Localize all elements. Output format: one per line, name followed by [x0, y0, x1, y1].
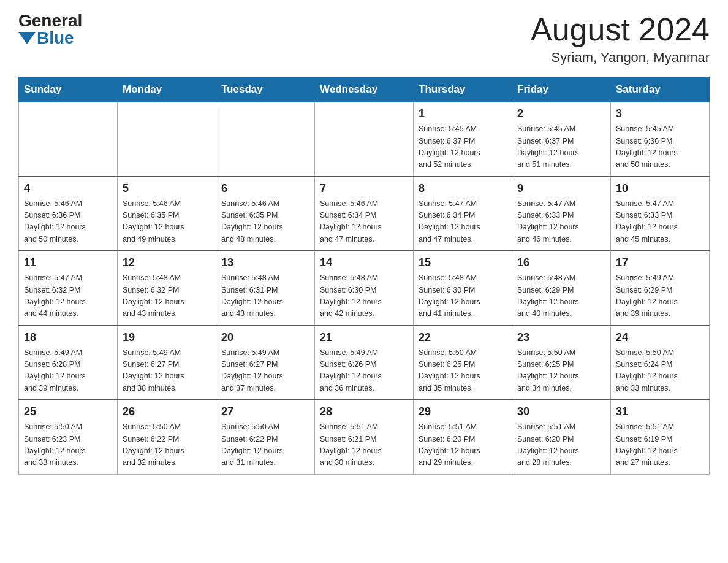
day-info: Sunrise: 5:51 AMSunset: 6:19 PMDaylight:…	[616, 421, 704, 469]
calendar-cell: 15Sunrise: 5:48 AMSunset: 6:30 PMDayligh…	[414, 251, 512, 326]
calendar-cell: 14Sunrise: 5:48 AMSunset: 6:30 PMDayligh…	[315, 251, 414, 326]
day-info: Sunrise: 5:46 AMSunset: 6:36 PMDaylight:…	[24, 198, 112, 246]
calendar-cell: 21Sunrise: 5:49 AMSunset: 6:26 PMDayligh…	[315, 326, 414, 400]
day-number: 17	[616, 256, 704, 269]
day-number: 30	[517, 405, 605, 418]
day-info: Sunrise: 5:50 AMSunset: 6:25 PMDaylight:…	[419, 347, 507, 395]
day-info: Sunrise: 5:48 AMSunset: 6:30 PMDaylight:…	[419, 272, 507, 320]
day-info: Sunrise: 5:45 AMSunset: 6:37 PMDaylight:…	[517, 123, 605, 171]
page-header: General Blue August 2024 Syriam, Yangon,…	[18, 12, 710, 66]
day-info: Sunrise: 5:47 AMSunset: 6:34 PMDaylight:…	[419, 198, 507, 246]
day-info: Sunrise: 5:49 AMSunset: 6:29 PMDaylight:…	[616, 272, 704, 320]
day-info: Sunrise: 5:50 AMSunset: 6:22 PMDaylight:…	[221, 421, 309, 469]
calendar-cell: 17Sunrise: 5:49 AMSunset: 6:29 PMDayligh…	[611, 251, 710, 326]
calendar-cell: 11Sunrise: 5:47 AMSunset: 6:32 PMDayligh…	[19, 251, 118, 326]
day-number: 31	[616, 405, 704, 418]
calendar-cell: 19Sunrise: 5:49 AMSunset: 6:27 PMDayligh…	[118, 326, 216, 400]
calendar-week-row: 11Sunrise: 5:47 AMSunset: 6:32 PMDayligh…	[19, 251, 710, 326]
logo: General Blue	[18, 12, 82, 47]
day-number: 13	[221, 256, 309, 269]
day-info: Sunrise: 5:50 AMSunset: 6:25 PMDaylight:…	[517, 347, 605, 395]
day-number: 2	[517, 107, 605, 120]
calendar-week-row: 1Sunrise: 5:45 AMSunset: 6:37 PMDaylight…	[19, 102, 710, 177]
day-info: Sunrise: 5:51 AMSunset: 6:20 PMDaylight:…	[517, 421, 605, 469]
calendar-cell	[118, 102, 216, 177]
calendar-header-row: SundayMondayTuesdayWednesdayThursdayFrid…	[19, 77, 710, 102]
calendar-cell: 4Sunrise: 5:46 AMSunset: 6:36 PMDaylight…	[19, 177, 118, 251]
day-number: 15	[419, 256, 507, 269]
calendar-cell	[216, 102, 315, 177]
day-number: 5	[123, 182, 211, 195]
day-number: 29	[419, 405, 507, 418]
day-info: Sunrise: 5:48 AMSunset: 6:31 PMDaylight:…	[221, 272, 309, 320]
day-info: Sunrise: 5:50 AMSunset: 6:24 PMDaylight:…	[616, 347, 704, 395]
logo-blue-text: Blue	[37, 29, 74, 47]
calendar-cell	[19, 102, 118, 177]
calendar-cell	[315, 102, 414, 177]
calendar-cell: 22Sunrise: 5:50 AMSunset: 6:25 PMDayligh…	[414, 326, 512, 400]
header-friday: Friday	[512, 77, 611, 102]
calendar-cell: 10Sunrise: 5:47 AMSunset: 6:33 PMDayligh…	[611, 177, 710, 251]
calendar-cell: 7Sunrise: 5:46 AMSunset: 6:34 PMDaylight…	[315, 177, 414, 251]
header-wednesday: Wednesday	[315, 77, 414, 102]
calendar-week-row: 4Sunrise: 5:46 AMSunset: 6:36 PMDaylight…	[19, 177, 710, 251]
day-number: 28	[320, 405, 408, 418]
day-number: 18	[24, 331, 112, 344]
day-info: Sunrise: 5:45 AMSunset: 6:36 PMDaylight:…	[616, 123, 704, 171]
logo-triangle-icon	[18, 32, 36, 44]
day-number: 19	[123, 331, 211, 344]
day-number: 24	[616, 331, 704, 344]
day-info: Sunrise: 5:50 AMSunset: 6:23 PMDaylight:…	[24, 421, 112, 469]
day-info: Sunrise: 5:45 AMSunset: 6:37 PMDaylight:…	[419, 123, 507, 171]
calendar-cell: 27Sunrise: 5:50 AMSunset: 6:22 PMDayligh…	[216, 400, 315, 474]
calendar-cell: 3Sunrise: 5:45 AMSunset: 6:36 PMDaylight…	[611, 102, 710, 177]
calendar-week-row: 18Sunrise: 5:49 AMSunset: 6:28 PMDayligh…	[19, 326, 710, 400]
day-number: 8	[419, 182, 507, 195]
calendar-title: August 2024	[531, 12, 710, 47]
day-info: Sunrise: 5:48 AMSunset: 6:29 PMDaylight:…	[517, 272, 605, 320]
day-number: 21	[320, 331, 408, 344]
header-sunday: Sunday	[19, 77, 118, 102]
header-tuesday: Tuesday	[216, 77, 315, 102]
calendar-cell: 20Sunrise: 5:49 AMSunset: 6:27 PMDayligh…	[216, 326, 315, 400]
day-number: 14	[320, 256, 408, 269]
day-info: Sunrise: 5:49 AMSunset: 6:28 PMDaylight:…	[24, 347, 112, 395]
day-number: 26	[123, 405, 211, 418]
day-info: Sunrise: 5:49 AMSunset: 6:27 PMDaylight:…	[123, 347, 211, 395]
day-number: 16	[517, 256, 605, 269]
day-info: Sunrise: 5:50 AMSunset: 6:22 PMDaylight:…	[123, 421, 211, 469]
day-number: 3	[616, 107, 704, 120]
calendar-cell: 12Sunrise: 5:48 AMSunset: 6:32 PMDayligh…	[118, 251, 216, 326]
logo-general-text: General	[18, 12, 82, 29]
day-number: 22	[419, 331, 507, 344]
calendar-cell: 5Sunrise: 5:46 AMSunset: 6:35 PMDaylight…	[118, 177, 216, 251]
logo-blue-row: Blue	[18, 29, 74, 47]
calendar-cell: 28Sunrise: 5:51 AMSunset: 6:21 PMDayligh…	[315, 400, 414, 474]
calendar-cell: 26Sunrise: 5:50 AMSunset: 6:22 PMDayligh…	[118, 400, 216, 474]
day-number: 9	[517, 182, 605, 195]
day-number: 12	[123, 256, 211, 269]
day-info: Sunrise: 5:51 AMSunset: 6:21 PMDaylight:…	[320, 421, 408, 469]
day-info: Sunrise: 5:46 AMSunset: 6:34 PMDaylight:…	[320, 198, 408, 246]
calendar-cell: 23Sunrise: 5:50 AMSunset: 6:25 PMDayligh…	[512, 326, 611, 400]
calendar-cell: 29Sunrise: 5:51 AMSunset: 6:20 PMDayligh…	[414, 400, 512, 474]
day-info: Sunrise: 5:47 AMSunset: 6:32 PMDaylight:…	[24, 272, 112, 320]
day-number: 10	[616, 182, 704, 195]
day-info: Sunrise: 5:49 AMSunset: 6:26 PMDaylight:…	[320, 347, 408, 395]
calendar-cell: 6Sunrise: 5:46 AMSunset: 6:35 PMDaylight…	[216, 177, 315, 251]
day-number: 23	[517, 331, 605, 344]
calendar-subtitle: Syriam, Yangon, Myanmar	[531, 50, 710, 66]
title-block: August 2024 Syriam, Yangon, Myanmar	[531, 12, 710, 66]
day-info: Sunrise: 5:46 AMSunset: 6:35 PMDaylight:…	[221, 198, 309, 246]
calendar-cell: 2Sunrise: 5:45 AMSunset: 6:37 PMDaylight…	[512, 102, 611, 177]
day-number: 20	[221, 331, 309, 344]
day-number: 4	[24, 182, 112, 195]
calendar-cell: 16Sunrise: 5:48 AMSunset: 6:29 PMDayligh…	[512, 251, 611, 326]
day-info: Sunrise: 5:49 AMSunset: 6:27 PMDaylight:…	[221, 347, 309, 395]
calendar-cell: 18Sunrise: 5:49 AMSunset: 6:28 PMDayligh…	[19, 326, 118, 400]
header-thursday: Thursday	[414, 77, 512, 102]
calendar-cell: 30Sunrise: 5:51 AMSunset: 6:20 PMDayligh…	[512, 400, 611, 474]
day-info: Sunrise: 5:51 AMSunset: 6:20 PMDaylight:…	[419, 421, 507, 469]
day-number: 25	[24, 405, 112, 418]
day-info: Sunrise: 5:48 AMSunset: 6:32 PMDaylight:…	[123, 272, 211, 320]
